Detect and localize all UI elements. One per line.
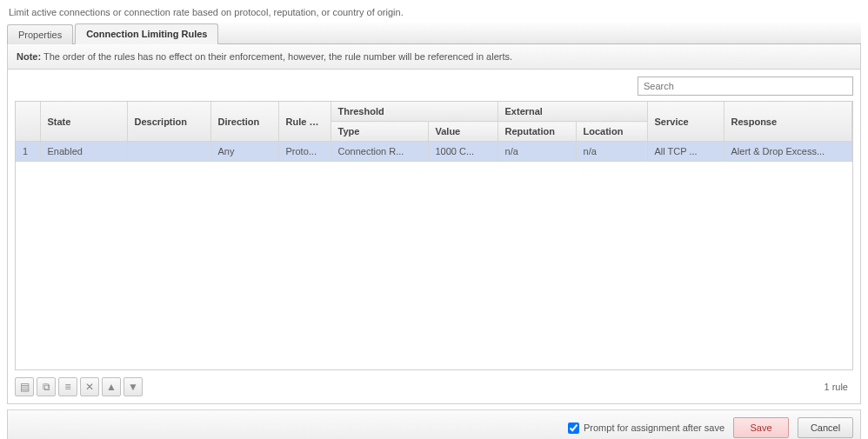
tab-bar: Properties Connection Limiting Rules: [7, 23, 861, 44]
prompt-assignment-checkbox-wrap[interactable]: Prompt for assignment after save: [568, 422, 724, 434]
delete-rule-button[interactable]: ✕: [80, 377, 99, 396]
col-header-number[interactable]: [16, 102, 40, 142]
note-text: The order of the rules has no effect on …: [43, 51, 512, 62]
prompt-assignment-label: Prompt for assignment after save: [584, 422, 724, 433]
cell-direction: Any: [210, 142, 278, 162]
col-header-rule-type[interactable]: Rule Type: [278, 102, 331, 142]
search-input[interactable]: [638, 76, 853, 96]
copy-icon: ⧉: [43, 381, 50, 393]
list-edit-icon: ≡: [64, 381, 70, 393]
cell-description: [127, 142, 210, 162]
cell-threshold-value: 1000 C...: [428, 142, 497, 162]
cell-state: Enabled: [40, 142, 127, 162]
tab-connection-limiting-rules[interactable]: Connection Limiting Rules: [75, 23, 218, 44]
cell-row-number: 1: [16, 142, 40, 162]
move-down-button[interactable]: ▼: [124, 377, 143, 396]
col-header-response[interactable]: Response: [724, 102, 851, 142]
col-header-threshold-value[interactable]: Value: [428, 122, 497, 142]
duplicate-rule-button[interactable]: ⧉: [37, 377, 56, 396]
col-header-external[interactable]: External: [497, 102, 647, 122]
cell-response: Alert & Drop Excess...: [724, 142, 851, 162]
table-row[interactable]: 1 Enabled Any Proto... Connection R... 1…: [16, 142, 852, 162]
arrow-down-icon: ▼: [128, 381, 138, 393]
rules-grid: State Description Direction Rule Type Th…: [15, 101, 853, 370]
note-bar: Note: The order of the rules has no effe…: [7, 44, 861, 70]
save-button[interactable]: Save: [733, 417, 789, 438]
cancel-button[interactable]: Cancel: [798, 417, 853, 438]
col-header-threshold[interactable]: Threshold: [331, 102, 497, 122]
grid-toolbar: ▤ ⧉ ≡ ✕ ▲ ▼: [15, 377, 143, 396]
note-label: Note:: [17, 51, 41, 62]
cell-external-location: n/a: [576, 142, 647, 162]
close-icon: ✕: [85, 381, 94, 393]
cell-external-reputation: n/a: [497, 142, 576, 162]
add-rule-button[interactable]: ▤: [15, 377, 34, 396]
cell-rule-type: Proto...: [278, 142, 331, 162]
col-header-direction[interactable]: Direction: [210, 102, 278, 142]
tab-properties[interactable]: Properties: [7, 24, 73, 44]
col-header-state[interactable]: State: [40, 102, 127, 142]
page-intro-text: Limit active connections or connection r…: [9, 7, 861, 17]
col-header-external-reputation[interactable]: Reputation: [497, 122, 576, 142]
edit-rule-button[interactable]: ≡: [58, 377, 77, 396]
rule-count-label: 1 rule: [824, 382, 848, 392]
prompt-assignment-checkbox[interactable]: [568, 422, 579, 434]
cell-threshold-type: Connection R...: [331, 142, 428, 162]
list-add-icon: ▤: [20, 381, 30, 393]
col-header-service[interactable]: Service: [647, 102, 724, 142]
cell-service: All TCP ...: [647, 142, 724, 162]
col-header-external-location[interactable]: Location: [576, 122, 647, 142]
col-header-description[interactable]: Description: [127, 102, 210, 142]
rules-panel: State Description Direction Rule Type Th…: [7, 70, 861, 404]
move-up-button[interactable]: ▲: [102, 377, 121, 396]
col-header-threshold-type[interactable]: Type: [331, 122, 428, 142]
footer-bar: Prompt for assignment after save Save Ca…: [7, 409, 861, 439]
arrow-up-icon: ▲: [106, 381, 117, 393]
